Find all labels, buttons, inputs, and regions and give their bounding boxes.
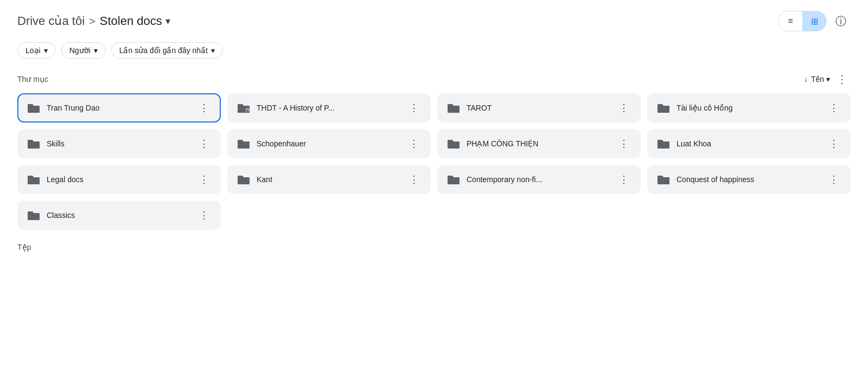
folder-icon <box>27 174 40 185</box>
folder-name: Tran Trung Dao <box>47 104 190 112</box>
chevron-down-icon: ▾ <box>165 15 170 27</box>
folder-more-button[interactable]: ⋮ <box>407 101 421 115</box>
sort-chevron-icon: ▾ <box>826 75 830 83</box>
header-controls: ≡ ⊞ ⓘ <box>778 11 851 31</box>
folder-section-more-button[interactable]: ⋮ <box>833 72 851 87</box>
sort-label: Tên <box>811 75 824 83</box>
folder-name: Skills <box>47 139 190 148</box>
folder-name: THDT - A History of P... <box>257 104 400 112</box>
folder-icon <box>447 102 460 113</box>
folder-item[interactable]: Skills ⋮ <box>17 129 221 158</box>
folder-item[interactable]: Tài liệu cô Hồng ⋮ <box>647 93 851 123</box>
filter-button-0[interactable]: Loại▾ <box>17 42 56 59</box>
info-button[interactable]: ⓘ <box>831 11 851 31</box>
folder-name: Classics <box>47 211 190 220</box>
folder-name: Kant <box>257 175 400 184</box>
folder-item[interactable]: Schopenhauer ⋮ <box>227 129 431 158</box>
filter-label: Người <box>69 46 91 55</box>
sort-arrow-button[interactable]: ↓ <box>804 75 808 83</box>
breadcrumb: Drive của tôi > Stolen docs ▾ <box>17 14 170 28</box>
folder-item[interactable]: THDT - A History of P... ⋮ <box>227 93 431 123</box>
filter-chevron-icon: ▾ <box>44 46 48 55</box>
folder-icon <box>657 102 670 113</box>
folder-shared-icon <box>237 102 250 113</box>
breadcrumb-root[interactable]: Drive của tôi <box>17 14 85 28</box>
folder-more-button[interactable]: ⋮ <box>617 137 631 151</box>
folder-more-button[interactable]: ⋮ <box>197 137 211 151</box>
folder-icon <box>237 174 250 185</box>
breadcrumb-separator: > <box>89 15 95 28</box>
folder-icon <box>27 210 40 221</box>
folder-more-button[interactable]: ⋮ <box>617 101 631 115</box>
folder-item[interactable]: PHẠM CÔNG THIỆN ⋮ <box>437 129 641 158</box>
folder-icon <box>27 138 40 149</box>
folder-icon <box>27 102 40 113</box>
folder-icon <box>657 138 670 149</box>
folder-section-controls: ↓ Tên ▾ ⋮ <box>804 72 851 87</box>
folder-name: TAROT <box>467 104 610 112</box>
filter-chevron-icon: ▾ <box>211 46 215 55</box>
folder-more-button[interactable]: ⋮ <box>197 101 211 115</box>
view-toggle: ≡ ⊞ <box>778 11 827 31</box>
folder-item[interactable]: Tran Trung Dao ⋮ <box>17 93 221 123</box>
folder-more-button[interactable]: ⋮ <box>407 137 421 151</box>
filter-label: Lần sửa đổi gần đây nhất <box>119 46 208 55</box>
folder-more-button[interactable]: ⋮ <box>827 172 841 186</box>
folder-more-button[interactable]: ⋮ <box>827 101 841 115</box>
filter-button-2[interactable]: Lần sửa đổi gần đây nhất▾ <box>111 42 223 59</box>
sort-name-button[interactable]: Tên ▾ <box>811 75 830 83</box>
folder-icon <box>447 174 460 185</box>
folder-item[interactable]: TAROT ⋮ <box>437 93 641 123</box>
folder-icon <box>237 138 250 149</box>
filter-button-1[interactable]: Người▾ <box>61 42 106 59</box>
folder-item[interactable]: Legal docs ⋮ <box>17 165 221 194</box>
folder-more-button[interactable]: ⋮ <box>407 172 421 186</box>
folder-name: Contemporary non-fi... <box>467 175 610 184</box>
grid-view-button[interactable]: ⊞ <box>802 11 826 31</box>
folder-grid: Tran Trung Dao ⋮ THDT - A History of P..… <box>17 93 851 230</box>
folder-icon <box>657 174 670 185</box>
sort-arrow-icon: ↓ <box>804 75 808 83</box>
folder-name: Schopenhauer <box>257 139 400 148</box>
folder-item[interactable]: Classics ⋮ <box>17 201 221 230</box>
folder-more-button[interactable]: ⋮ <box>617 172 631 186</box>
filters-bar: Loại▾Người▾Lần sửa đổi gần đây nhất▾ <box>17 42 851 59</box>
folder-name: PHẠM CÔNG THIỆN <box>467 139 610 148</box>
folder-more-button[interactable]: ⋮ <box>197 172 211 186</box>
folder-more-button[interactable]: ⋮ <box>197 208 211 222</box>
folder-icon <box>447 138 460 149</box>
folder-item[interactable]: Luat Khoa ⋮ <box>647 129 851 158</box>
folder-more-button[interactable]: ⋮ <box>827 137 841 151</box>
folder-item[interactable]: Conquest of happiness ⋮ <box>647 165 851 194</box>
folder-name: Conquest of happiness <box>676 175 820 184</box>
folder-name: Legal docs <box>47 175 190 184</box>
folder-name: Luat Khoa <box>676 139 820 148</box>
folder-name: Tài liệu cô Hồng <box>676 104 820 112</box>
header: Drive của tôi > Stolen docs ▾ ≡ ⊞ ⓘ <box>17 11 851 31</box>
list-view-button[interactable]: ≡ <box>778 11 802 31</box>
folder-item[interactable]: Contemporary non-fi... ⋮ <box>437 165 641 194</box>
folder-section-title: Thư mục <box>17 75 48 83</box>
breadcrumb-current[interactable]: Stolen docs ▾ <box>100 14 170 28</box>
filter-chevron-icon: ▾ <box>94 46 98 55</box>
folder-section-header: Thư mục ↓ Tên ▾ ⋮ <box>17 72 851 87</box>
folder-item[interactable]: Kant ⋮ <box>227 165 431 194</box>
file-section-title: Tệp <box>17 243 851 252</box>
breadcrumb-current-label: Stolen docs <box>100 14 162 28</box>
filter-label: Loại <box>25 46 41 55</box>
